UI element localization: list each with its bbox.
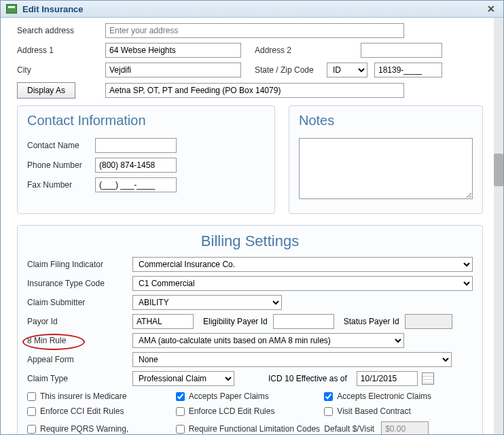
defvisit-label: Default $/Visit (324, 424, 374, 434)
cfi-select[interactable]: Commercial Insurance Co. (132, 257, 473, 272)
medicare-label: This insurer is Medicare (40, 392, 126, 401)
lcd-label: Enforce LCD Edit Rules (189, 406, 275, 416)
itc-label: Insurance Type Code (27, 279, 132, 288)
paper-checkbox[interactable] (176, 392, 185, 401)
city-label: City (17, 65, 105, 75)
billing-panel: Billing Settings Claim Filing IndicatorC… (17, 225, 483, 434)
elig-label: Eligibility Payer Id (194, 317, 273, 326)
edit-insurance-window: Edit Insurance ✕ Search address Address … (0, 0, 504, 435)
electronic-checkbox[interactable] (324, 392, 333, 401)
icd-label: ICD 10 Effective as of (234, 374, 357, 383)
content-area: Search address Address 1 Address 2 City … (1, 18, 494, 434)
contact-heading: Contact Information (27, 113, 265, 128)
titlebar: Edit Insurance ✕ (1, 1, 503, 18)
address2-input[interactable] (361, 43, 442, 58)
itc-select[interactable]: C1 Commercial (132, 276, 473, 291)
visit-label: Visit Based Contract (337, 406, 411, 416)
display-as-input[interactable] (105, 83, 404, 98)
scrollbar-thumb[interactable] (494, 154, 503, 186)
func-label: Require Functional Limitation Codes (189, 424, 320, 434)
address1-input[interactable] (105, 43, 241, 58)
billing-heading: Billing Settings (27, 232, 473, 250)
display-as-button[interactable]: Display As (17, 82, 75, 99)
cci-label: Enforce CCI Edit Rules (40, 406, 124, 416)
icd-input[interactable] (357, 371, 418, 386)
scrollbar[interactable] (494, 18, 503, 434)
paper-label: Accepts Paper Claims (189, 392, 269, 401)
status-input (405, 314, 452, 329)
medicare-checkbox[interactable] (27, 392, 36, 401)
pqrs-label: Require PQRS Warning, (40, 424, 128, 434)
window-icon (6, 4, 17, 14)
fax-label: Fax Number (27, 180, 95, 190)
cci-checkbox[interactable] (27, 407, 36, 416)
window-title: Edit Insurance (22, 4, 84, 14)
notes-panel: Notes (289, 105, 483, 214)
calendar-icon[interactable] (422, 372, 434, 385)
contact-name-label: Contact Name (27, 141, 95, 150)
payor-input[interactable] (132, 314, 194, 329)
state-select[interactable]: ID (327, 63, 367, 77)
payor-label: Payor Id (27, 317, 132, 326)
notes-textarea[interactable] (299, 138, 473, 199)
status-label: Status Payer Id (334, 317, 405, 326)
search-address-label: Search address (17, 26, 105, 35)
search-address-input[interactable] (105, 23, 404, 38)
appeal-select[interactable]: None (132, 352, 452, 367)
cs-select[interactable]: ABILITY (132, 295, 282, 310)
cfi-label: Claim Filing Indicator (27, 260, 132, 269)
zip-input[interactable] (374, 63, 442, 77)
visit-checkbox[interactable] (324, 407, 333, 416)
rule-label: 8 Min Rule (27, 336, 132, 345)
contact-panel: Contact Information Contact Name Phone N… (17, 105, 275, 214)
appeal-label: Appeal Form (27, 355, 132, 364)
city-input[interactable] (105, 63, 241, 77)
pqrs-checkbox[interactable] (27, 425, 36, 434)
address2-label: Address 2 (241, 46, 300, 55)
lcd-checkbox[interactable] (176, 407, 185, 416)
address1-label: Address 1 (17, 46, 105, 55)
func-checkbox[interactable] (176, 425, 185, 434)
ct-select[interactable]: Professional Claim (132, 371, 234, 386)
phone-input[interactable] (95, 158, 177, 173)
fax-input[interactable] (95, 177, 177, 192)
contact-name-input[interactable] (95, 138, 177, 153)
defvisit-input (381, 421, 429, 434)
rule-select[interactable]: AMA (auto-calculate units based on AMA 8… (132, 333, 404, 348)
notes-heading: Notes (299, 113, 473, 128)
close-icon[interactable]: ✕ (484, 3, 498, 14)
electronic-label: Accepts Electronic Claims (337, 392, 431, 401)
cs-label: Claim Submitter (27, 298, 132, 307)
ct-label: Claim Type (27, 374, 132, 383)
state-zip-label: State / Zip Code (241, 65, 322, 75)
phone-label: Phone Number (27, 160, 95, 170)
elig-input[interactable] (273, 314, 334, 329)
